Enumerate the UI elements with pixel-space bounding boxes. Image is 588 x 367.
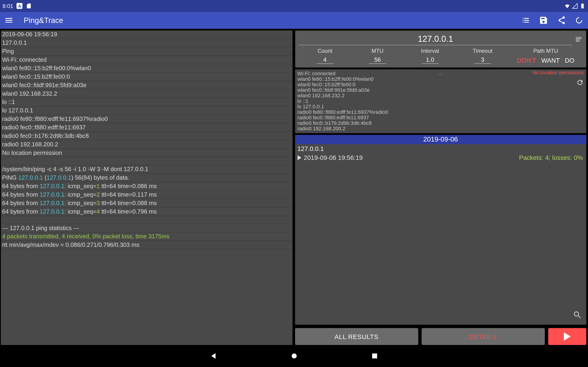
- share-icon[interactable]: [557, 16, 566, 25]
- run-ping-button[interactable]: [548, 328, 586, 345]
- history-entry-time: 2019-09-06 19:56:19: [304, 154, 363, 161]
- log-separator: [1, 216, 292, 224]
- log-line: 2019-09-06 19:56:19: [1, 31, 292, 39]
- status-time: 8:01: [2, 3, 13, 9]
- log-line: rtt min/avg/max/mdev = 0.086/0.271/0.796…: [1, 241, 292, 250]
- android-status-bar: 8:01 A: [0, 0, 588, 12]
- log-line: 64 bytes from 127.0.0.1: icmp_seq=4 ttl=…: [1, 208, 292, 216]
- no-location-warning: No location permission: [532, 70, 584, 76]
- cell-signal-icon: [572, 3, 578, 9]
- network-info-panel: ︿ No location permission Wi-Fi: connecte…: [295, 69, 586, 133]
- reload-network-icon[interactable]: [576, 79, 584, 86]
- action-button-row: ALL RESULTS DETAILS: [295, 328, 586, 345]
- log-line: lo 127.0.0.1: [1, 106, 292, 115]
- search-history-icon[interactable]: [573, 310, 582, 321]
- timeout-input[interactable]: [474, 56, 491, 64]
- log-line: wlan0 fec0::15:b2ff:fe00:0: [1, 73, 292, 81]
- log-line: wlan0 fec0::fddf:991e:5fd9:a03e: [1, 81, 292, 90]
- android-nav-bar: [0, 347, 588, 367]
- history-ip: 127.0.0.1: [295, 144, 586, 153]
- netinfo-line: wlan0 fe80::15:b2ff:fe00:0%wlan0: [297, 77, 584, 82]
- param-timeout: Timeout: [456, 48, 509, 64]
- netinfo-line: lo 127.0.0.1: [297, 104, 584, 109]
- log-line: /system/bin/ping -c 4 -s 56 -i 1.0 -W 3 …: [1, 165, 292, 174]
- netinfo-line: radio0 fe80::f880:edff:fe11:6937%radio0: [297, 109, 584, 115]
- netinfo-line: wlan0 fec0::15:b2ff:fe00:0: [297, 82, 584, 88]
- ping-log-panel[interactable]: 2019-09-06 19:56:19 127.0.0.1 Ping Wi-Fi…: [1, 31, 292, 345]
- log-line: 64 bytes from 127.0.0.1: icmp_seq=1 ttl=…: [1, 182, 292, 191]
- log-line: PING 127.0.0.1 (127.0.0.1) 56(84) bytes …: [1, 174, 292, 182]
- history-entry-stats: Packets: 4; losses: 0%: [519, 154, 583, 161]
- svg-point-0: [292, 353, 296, 359]
- svg-rect-1: [372, 353, 377, 359]
- history-entry[interactable]: 2019-09-06 19:56:19 Packets: 4; losses: …: [295, 153, 586, 162]
- app-toolbar: Ping&Trace: [0, 12, 588, 29]
- log-line: --- 127.0.0.1 ping statistics ---: [1, 224, 292, 233]
- nav-home-icon[interactable]: [290, 352, 298, 362]
- nav-back-icon[interactable]: [209, 352, 218, 362]
- save-icon[interactable]: [539, 16, 548, 25]
- log-separator: [1, 157, 292, 165]
- param-count: Count: [299, 48, 351, 64]
- all-results-button[interactable]: ALL RESULTS: [295, 328, 418, 345]
- nav-recents-icon[interactable]: [370, 352, 379, 362]
- netinfo-line: lo ::1: [297, 98, 584, 104]
- log-line: wlan0 fe80::15:b2ff:fe00:0%wlan0: [1, 64, 292, 73]
- log-line: No location permission: [1, 149, 292, 157]
- log-line: 64 bytes from 127.0.0.1: icmp_seq=3 ttl=…: [1, 199, 292, 208]
- param-interval: Interval: [404, 48, 456, 64]
- log-line: radio0 fec0::f880:edff:fe11:6937: [1, 123, 292, 132]
- mtu-input[interactable]: [369, 56, 386, 64]
- interval-input[interactable]: [422, 56, 439, 64]
- notes-icon[interactable]: [575, 35, 582, 43]
- sdcard-icon: [26, 3, 32, 9]
- wifi-icon: [564, 3, 570, 9]
- param-path-mtu: Path MTU DON'T WANT DO: [509, 48, 582, 64]
- netinfo-line: wlan0 fec0::fddf:991e:5fd9:a03e: [297, 88, 584, 93]
- expand-triangle-icon: [297, 155, 301, 160]
- collapse-chevron-icon[interactable]: ︿: [438, 71, 443, 77]
- netinfo-line: radio0 fec0::f880:edff:fe11:6937: [297, 115, 584, 120]
- battery-icon: [579, 3, 586, 9]
- netinfo-line: radio0 192.168.200.2: [297, 126, 584, 131]
- log-line: lo ::1: [1, 98, 292, 107]
- param-mtu: MTU: [351, 48, 404, 64]
- details-button[interactable]: DETAILS: [422, 328, 545, 345]
- history-date-header: 2019-09-06: [295, 135, 586, 144]
- log-line: 4 packets transmitted, 4 received, 0% pa…: [1, 233, 292, 241]
- log-line: radio0 fec0::b176:2d9b:3db:4bc8: [1, 132, 292, 140]
- refresh-circle-icon[interactable]: [574, 16, 584, 25]
- log-line: radio0 192.168.200.2: [1, 140, 292, 149]
- netinfo-line: wlan0 192.168.232.2: [297, 93, 584, 98]
- ping-parameters-card: Count MTU Interval Timeout: [295, 31, 586, 68]
- target-host-input[interactable]: [299, 33, 572, 45]
- app-title: Ping&Trace: [24, 16, 63, 25]
- log-line: radio0 fe80::f880:edff:fe11:6937%radio0: [1, 115, 292, 123]
- netinfo-line: radio0 fec0::b176:2d9b:3db:4bc8: [297, 120, 584, 126]
- log-line: 64 bytes from 127.0.0.1: icmp_seq=2 ttl=…: [1, 191, 292, 199]
- pathmtu-do-option[interactable]: DO: [565, 57, 574, 64]
- keyboard-indicator-icon: A: [17, 3, 23, 9]
- hamburger-menu-icon[interactable]: [4, 16, 14, 25]
- log-line: Wi-Fi: connected: [1, 56, 292, 64]
- play-icon: [564, 332, 571, 341]
- pathmtu-want-option[interactable]: WANT: [541, 57, 560, 64]
- log-line: Ping: [1, 47, 292, 56]
- history-panel: 2019-09-06 127.0.0.1 2019-09-06 19:56:19…: [295, 135, 586, 325]
- pathmtu-dont-option[interactable]: DON'T: [517, 57, 536, 64]
- log-line: wlan0 192.168.232.2: [1, 90, 292, 98]
- log-line: 127.0.0.1: [1, 39, 292, 48]
- count-input[interactable]: [317, 56, 334, 64]
- list-results-icon[interactable]: [521, 16, 531, 25]
